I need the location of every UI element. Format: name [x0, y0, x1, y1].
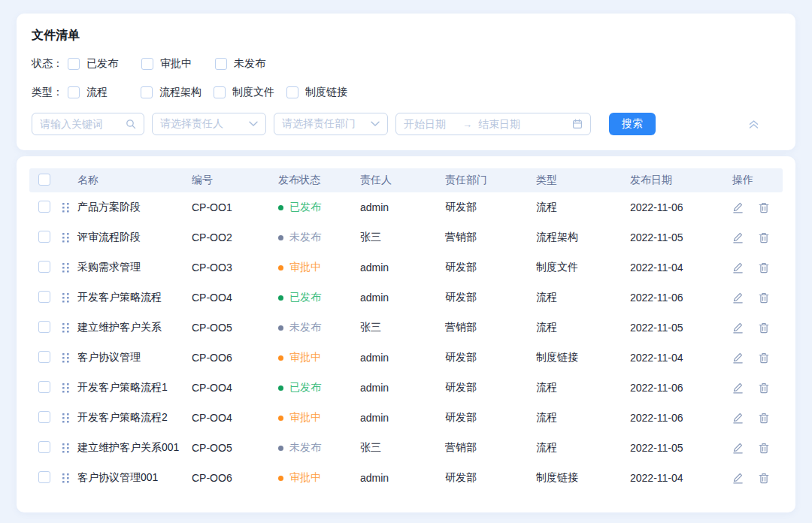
row-status: 审批中 [278, 261, 360, 274]
edit-icon[interactable] [732, 322, 744, 334]
edit-icon[interactable] [732, 231, 744, 243]
type-option-process[interactable]: 流程 [68, 86, 141, 99]
collapse-icon[interactable] [748, 119, 759, 129]
status-filter-label: 状态： [32, 57, 68, 71]
owner-select[interactable]: 请选择责任人 [152, 113, 266, 135]
row-date: 2022-11-06 [630, 412, 723, 424]
checkbox-label: 流程 [86, 86, 108, 99]
table-row: 客户协议管理CP-OO6审批中admin研发部制度链接2022-11-04 [29, 343, 783, 373]
checkbox-institution-file[interactable] [214, 86, 226, 98]
checkbox-architecture[interactable] [141, 86, 153, 98]
end-date-input[interactable] [478, 118, 535, 130]
delete-icon[interactable] [759, 262, 769, 274]
status-dot-icon [278, 446, 283, 451]
edit-icon[interactable] [732, 382, 744, 394]
checkbox-label: 审批中 [160, 57, 192, 71]
row-date: 2022-11-04 [630, 472, 723, 484]
edit-icon[interactable] [732, 262, 744, 274]
status-option-approving[interactable]: 审批中 [141, 57, 215, 71]
delete-icon[interactable] [759, 352, 769, 364]
row-owner: admin [360, 352, 445, 364]
type-filter-row: 类型： 流程 流程架构 制度文件 制度链接 [32, 84, 780, 101]
checkbox-institution-link[interactable] [286, 86, 298, 98]
delete-icon[interactable] [759, 232, 769, 243]
checkbox-label: 已发布 [86, 57, 118, 71]
delete-icon[interactable] [759, 202, 769, 213]
column-header-type: 类型 [536, 174, 630, 187]
row-checkbox[interactable] [38, 441, 50, 453]
status-option-published[interactable]: 已发布 [68, 57, 141, 71]
row-owner: admin [360, 472, 445, 484]
drag-handle-icon[interactable] [62, 293, 77, 303]
row-code: CP-OO3 [192, 262, 278, 274]
row-name: 开发客户策略流程1 [77, 381, 192, 395]
delete-icon[interactable] [759, 322, 769, 334]
checkbox-label: 未发布 [234, 57, 265, 71]
status-label: 未发布 [289, 441, 321, 455]
row-checkbox[interactable] [38, 411, 50, 423]
row-checkbox[interactable] [38, 321, 50, 333]
start-date-input[interactable] [404, 118, 461, 130]
keyword-input[interactable] [40, 118, 126, 130]
row-department: 研发部 [445, 471, 536, 485]
drag-handle-icon[interactable] [62, 473, 77, 483]
status-dot-icon [278, 416, 283, 421]
row-checkbox[interactable] [38, 351, 50, 363]
delete-icon[interactable] [759, 473, 769, 484]
checkbox-approving[interactable] [141, 58, 153, 70]
drag-handle-icon[interactable] [62, 203, 77, 213]
row-name: 客户协议管理001 [77, 471, 192, 485]
row-checkbox[interactable] [38, 261, 50, 273]
drag-handle-icon[interactable] [62, 353, 77, 363]
drag-handle-icon[interactable] [62, 263, 77, 273]
edit-icon[interactable] [732, 292, 744, 304]
delete-icon[interactable] [759, 443, 769, 454]
column-header-owner: 责任人 [360, 174, 445, 187]
row-department: 研发部 [445, 291, 536, 304]
row-date: 2022-11-06 [630, 382, 723, 394]
row-checkbox[interactable] [38, 231, 50, 243]
department-select[interactable]: 请选择责任部门 [274, 113, 388, 135]
drag-handle-icon[interactable] [62, 323, 77, 333]
drag-handle-icon[interactable] [62, 233, 77, 243]
date-range-picker[interactable]: → [395, 113, 591, 135]
edit-icon[interactable] [732, 352, 744, 364]
delete-icon[interactable] [759, 413, 769, 424]
row-owner: 张三 [360, 231, 445, 244]
checkbox-process[interactable] [68, 86, 80, 98]
chevron-down-icon [371, 121, 380, 127]
row-type: 制度链接 [536, 351, 630, 364]
type-option-institution-link[interactable]: 制度链接 [286, 86, 359, 99]
checkbox-label: 制度文件 [232, 86, 274, 99]
type-option-architecture[interactable]: 流程架构 [141, 86, 214, 99]
row-checkbox[interactable] [38, 471, 50, 483]
select-all-checkbox[interactable] [38, 174, 50, 186]
row-date: 2022-11-06 [630, 292, 723, 304]
row-code: CP-OO4 [192, 382, 278, 394]
search-button[interactable]: 搜索 [609, 113, 656, 135]
checkbox-published[interactable] [68, 58, 80, 70]
row-department: 研发部 [445, 381, 536, 395]
edit-icon[interactable] [732, 412, 744, 424]
drag-handle-icon[interactable] [62, 413, 77, 423]
row-code: CP-OO6 [192, 472, 278, 484]
keyword-input-wrap [32, 113, 144, 135]
edit-icon[interactable] [732, 442, 744, 454]
row-checkbox[interactable] [38, 291, 50, 303]
delete-icon[interactable] [759, 292, 769, 304]
drag-handle-icon[interactable] [62, 383, 77, 393]
delete-icon[interactable] [759, 382, 769, 394]
checkbox-unpublished[interactable] [215, 58, 227, 70]
type-filter-label: 类型： [32, 86, 68, 99]
row-owner: admin [360, 292, 445, 304]
status-option-unpublished[interactable]: 未发布 [215, 57, 289, 71]
row-checkbox[interactable] [38, 201, 50, 213]
page-title: 文件清单 [32, 27, 780, 44]
status-label: 已发布 [289, 291, 321, 304]
row-checkbox[interactable] [38, 381, 50, 393]
drag-handle-icon[interactable] [62, 443, 77, 453]
edit-icon[interactable] [732, 201, 744, 213]
edit-icon[interactable] [732, 472, 744, 484]
row-status: 已发布 [278, 201, 360, 214]
type-option-institution-file[interactable]: 制度文件 [214, 86, 286, 99]
